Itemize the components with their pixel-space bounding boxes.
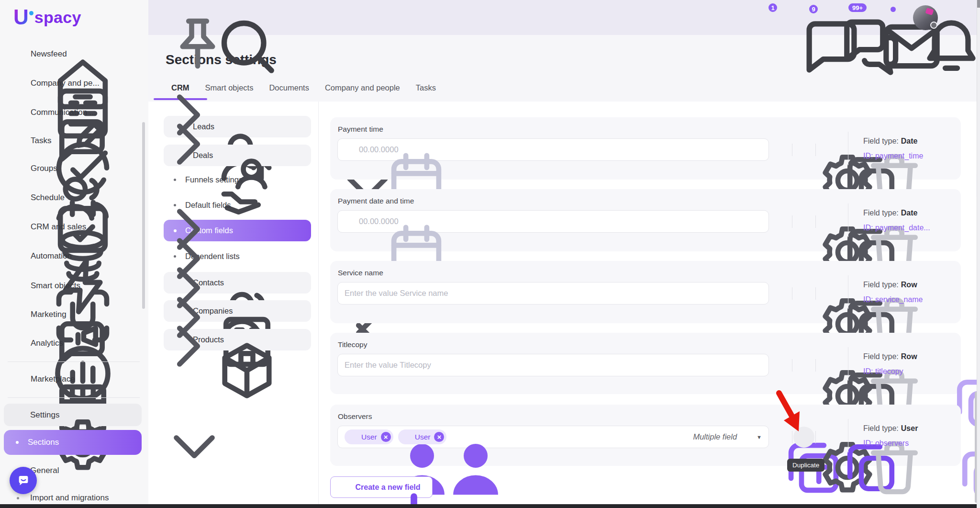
field-duplicate-button[interactable] xyxy=(792,282,815,305)
user-tag-label: User xyxy=(361,433,377,441)
main-sidebar: U spacy Newsfeed Company and pe... Commu… xyxy=(0,0,148,508)
user-tag-label: User xyxy=(415,433,431,441)
field-duplicate-button[interactable] xyxy=(792,138,815,161)
trash-icon xyxy=(823,216,833,226)
logo-text: spacy xyxy=(34,9,81,25)
field-row-payment-date-time: Payment date and time Field type:Date ID… xyxy=(330,189,961,251)
field-duplicate-button[interactable] xyxy=(792,354,815,376)
sidebar-scrollbar[interactable] xyxy=(142,122,145,309)
uspacy-app: U spacy Newsfeed Company and pe... Commu… xyxy=(0,0,980,508)
tab-company-and-people[interactable]: Company and people xyxy=(325,83,400,100)
sidebar-item-label: Schedule xyxy=(31,193,65,203)
tab-tasks[interactable]: Tasks xyxy=(416,83,436,100)
field-id-line[interactable]: ID: observers xyxy=(863,439,922,448)
copy-id-icon[interactable] xyxy=(928,152,936,160)
sidebar-item-automation[interactable]: Automation xyxy=(0,243,148,270)
field-delete-button[interactable] xyxy=(816,210,839,233)
copy-id-icon[interactable] xyxy=(909,367,917,375)
sidebar-item-label: Newsfeed xyxy=(31,49,67,59)
field-info: Field type:Row ID: titlecopy xyxy=(848,347,917,381)
field-settings-button[interactable] xyxy=(769,282,792,305)
payment-date-time-input[interactable] xyxy=(359,217,762,226)
field-settings-button[interactable] xyxy=(769,354,792,376)
field-id-line[interactable]: ID: service_name xyxy=(863,295,936,304)
create-new-field-button[interactable]: Create a new field xyxy=(330,476,433,498)
sidebar-item-label: Marketing xyxy=(31,310,67,319)
sidebar-item-smart-objects[interactable]: Smart objects xyxy=(0,272,148,299)
titlecopy-input[interactable] xyxy=(345,361,762,370)
field-delete-button[interactable] xyxy=(816,282,839,305)
trash-icon xyxy=(823,288,833,298)
field-duplicate-button-hovered[interactable] xyxy=(792,426,815,448)
sidebar-item-marketplace[interactable]: Marketplace xyxy=(0,366,148,393)
field-label: Observers xyxy=(338,412,372,421)
sidebar-item-analytics[interactable]: Analytics xyxy=(0,330,148,357)
sidebar-item-marketing[interactable]: Marketing xyxy=(0,301,148,328)
field-id-line[interactable]: ID: payment_date... xyxy=(863,224,944,232)
support-chat-button[interactable] xyxy=(10,467,37,494)
sidebar-item-groups[interactable]: Groups xyxy=(0,155,148,182)
sidebar-item-tasks[interactable]: Tasks xyxy=(0,127,148,154)
trash-icon xyxy=(823,432,833,442)
copy-icon xyxy=(799,145,809,155)
field-id-text: ID: payment_time xyxy=(863,152,923,160)
people-icon xyxy=(11,163,23,175)
field-type-value: Row xyxy=(901,352,917,361)
field-type-prefix: Field type: xyxy=(863,137,899,145)
sidebar-item-newsfeed[interactable]: Newsfeed xyxy=(0,41,148,68)
sidebar-item-communication[interactable]: Communication ... xyxy=(0,99,148,126)
field-label: Titlecopy xyxy=(338,340,367,349)
field-id-line[interactable]: ID: payment_time xyxy=(863,152,936,160)
plus-icon xyxy=(342,483,350,491)
sidebar-item-label: Automation xyxy=(31,251,72,261)
field-settings-button[interactable] xyxy=(769,210,792,233)
uspacy-logo[interactable]: U spacy xyxy=(13,7,81,28)
bell-icon[interactable] xyxy=(880,10,894,24)
field-id-line[interactable]: ID: titlecopy xyxy=(863,367,917,376)
field-label: Payment time xyxy=(338,125,383,134)
chevron-right-icon xyxy=(117,223,125,231)
tab-documents[interactable]: Documents xyxy=(269,83,309,100)
chevron-right-icon xyxy=(296,123,303,131)
window-bottom-edge xyxy=(0,504,980,508)
field-actions xyxy=(769,138,839,161)
chat-pencil-icon xyxy=(11,107,23,119)
date-input-wrap xyxy=(337,210,769,233)
field-type-value: Date xyxy=(901,137,918,145)
sidebar-item-crm-and-sales[interactable]: CRM and sales xyxy=(0,214,148,240)
sidebar-item-company-and-people[interactable]: Company and pe... xyxy=(0,70,148,97)
home-icon xyxy=(11,48,23,60)
gear-icon xyxy=(776,360,786,370)
multiple-field-selector[interactable]: Multiple field ▼ xyxy=(693,432,762,442)
field-info: Field type:Date ID: payment_time xyxy=(848,132,936,165)
copy-id-icon[interactable] xyxy=(935,224,944,232)
payment-time-input[interactable] xyxy=(359,145,762,154)
chevron-right-icon xyxy=(117,108,125,117)
bullet-dot xyxy=(17,497,19,499)
field-delete-button[interactable] xyxy=(816,426,839,448)
field-settings-button[interactable] xyxy=(769,138,792,161)
field-duplicate-button[interactable] xyxy=(792,210,815,233)
pin-sidebar-icon[interactable] xyxy=(126,8,139,21)
profile-chevron-down-icon[interactable] xyxy=(951,14,960,23)
person-icon xyxy=(350,433,357,440)
field-type-prefix: Field type: xyxy=(863,281,899,289)
field-settings-button[interactable] xyxy=(769,426,792,448)
window-scrollbar-track[interactable] xyxy=(977,0,980,508)
field-delete-button[interactable] xyxy=(816,138,839,161)
sidebar-item-schedule[interactable]: Schedule xyxy=(0,184,148,211)
user-select-wrap[interactable]: User × User × Multiple field ▼ xyxy=(337,426,769,448)
field-row-payment-time: Payment time Field type:Date ID: payment… xyxy=(330,117,961,180)
window-scrollbar-thumb[interactable] xyxy=(977,0,980,8)
field-delete-button[interactable] xyxy=(816,354,839,376)
copy-id-icon[interactable] xyxy=(914,439,922,447)
sidebar-item-sections[interactable]: Sections xyxy=(4,430,142,455)
service-name-input[interactable] xyxy=(345,289,762,298)
field-actions xyxy=(769,282,839,305)
remove-tag-icon[interactable]: × xyxy=(381,432,391,442)
gear-icon xyxy=(776,216,786,226)
gear-icon xyxy=(776,432,786,442)
sidebar-item-settings[interactable]: Settings xyxy=(4,404,142,426)
copy-id-icon[interactable] xyxy=(928,295,936,304)
calendar-icon xyxy=(345,145,354,155)
